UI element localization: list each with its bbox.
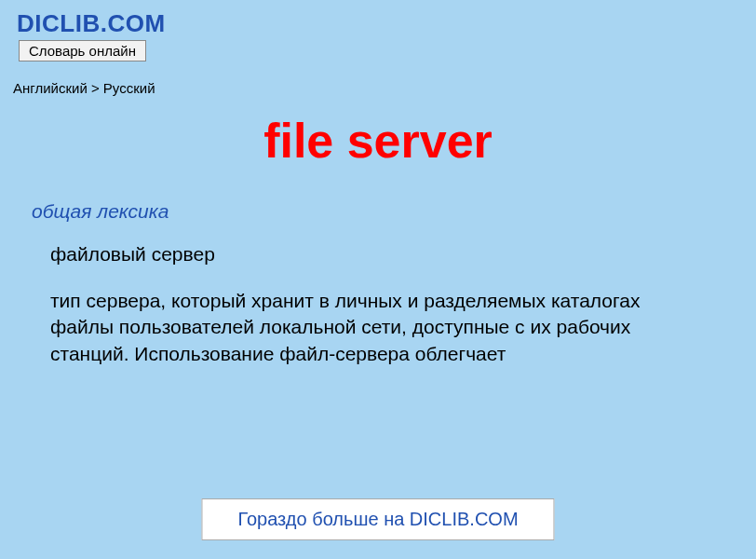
page-header: DICLIB.COM Словарь онлайн (0, 0, 756, 65)
more-link[interactable]: Гораздо больше на DICLIB.COM (201, 498, 554, 540)
breadcrumb: Английский > Русский (0, 65, 756, 96)
entry-category: общая лексика (32, 200, 724, 223)
entry-description: тип сервера, который хранит в личных и р… (50, 288, 702, 367)
entry-definition: файловый сервер (50, 243, 724, 266)
site-tagline: Словарь онлайн (19, 40, 146, 61)
entry-content: общая лексика файловый сервер тип сервер… (0, 200, 756, 367)
entry-title: file server (0, 113, 756, 169)
site-logo[interactable]: DICLIB.COM (17, 9, 739, 38)
